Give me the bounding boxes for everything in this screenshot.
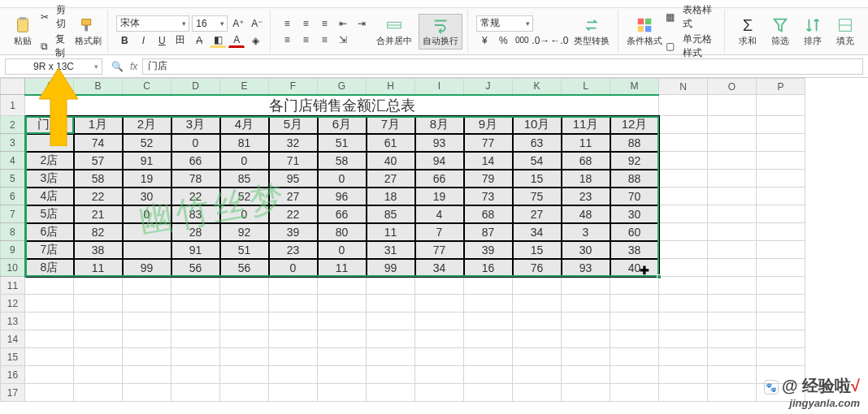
cell[interactable] [708,95,757,116]
copy-button[interactable]: ⧉ 复制 [41,32,70,60]
cell-L9[interactable]: 30 [562,241,610,259]
col-header-P[interactable]: P [757,79,805,95]
cell-F2[interactable]: 5月 [269,116,318,134]
cell-F11[interactable] [269,277,318,295]
cell[interactable] [659,95,708,116]
cell-K17[interactable] [513,384,562,402]
cell-O9[interactable] [708,241,757,259]
col-header-F[interactable]: F [269,79,318,95]
cell-K10[interactable]: 76 [513,259,562,277]
row-header-16[interactable]: 16 [1,366,25,384]
cell-M17[interactable] [610,384,659,402]
cell-H17[interactable] [367,384,415,402]
cell-M12[interactable] [610,295,659,313]
cell-C2[interactable]: 2月 [123,116,171,134]
cell-P15[interactable] [757,348,805,366]
cell-P2[interactable] [757,116,805,134]
format-painter-button[interactable]: 格式刷 [73,15,102,49]
cell-J8[interactable]: 87 [464,223,513,241]
cell-B12[interactable] [74,295,123,313]
cell-P10[interactable] [757,259,805,277]
cell-D9[interactable]: 91 [171,241,220,259]
cell-L8[interactable]: 3 [562,223,610,241]
col-header-K[interactable]: K [513,79,562,95]
cell-K13[interactable] [513,313,562,330]
cell-C14[interactable] [123,330,171,348]
cell-N15[interactable] [659,348,708,366]
fill-button[interactable]: 填充 [831,15,860,49]
cell-F5[interactable]: 95 [269,170,318,188]
cell-D4[interactable]: 66 [171,152,220,170]
cell-B8[interactable]: 82 [74,223,123,241]
cell-O8[interactable] [708,223,757,241]
cell-D2[interactable]: 3月 [171,116,220,134]
cell-A14[interactable] [25,330,74,348]
cell-N11[interactable] [659,277,708,295]
row-header-9[interactable]: 9 [1,241,25,259]
cell-G16[interactable] [318,366,367,384]
cell-C5[interactable]: 19 [123,170,171,188]
cell-H6[interactable]: 18 [367,188,415,205]
underline-button[interactable]: U [154,33,170,48]
cell-G14[interactable] [318,330,367,348]
cell-F9[interactable]: 23 [269,241,318,259]
cell-F13[interactable] [269,313,318,330]
cell-I4[interactable]: 94 [415,152,464,170]
cell-L4[interactable]: 68 [562,152,610,170]
cell-O11[interactable] [708,277,757,295]
cell-N8[interactable] [659,223,708,241]
cell-H3[interactable]: 61 [367,134,415,152]
cell-E9[interactable]: 51 [220,241,269,259]
phonetic-button[interactable]: ◈ [247,33,263,48]
cell-F15[interactable] [269,348,318,366]
row-header-14[interactable]: 14 [1,330,25,348]
cell-D15[interactable] [171,348,220,366]
title-cell[interactable]: 各门店销售金额汇总表 [25,95,659,116]
cell-K5[interactable]: 15 [513,170,562,188]
cell-B16[interactable] [74,366,123,384]
cell-E10[interactable]: 56 [220,259,269,277]
cell-A9[interactable]: 7店 [25,241,74,259]
cell-J10[interactable]: 16 [464,259,513,277]
cell-J3[interactable]: 77 [464,134,513,152]
row-header-17[interactable]: 17 [1,384,25,402]
cell-H8[interactable]: 11 [367,223,415,241]
cell-L7[interactable]: 48 [562,205,610,223]
align-middle-button[interactable]: ≡ [297,16,314,31]
cell-C7[interactable]: 0 [123,205,171,223]
cell-J15[interactable] [464,348,513,366]
cell-C8[interactable] [123,223,171,241]
cell-O16[interactable] [708,366,757,384]
cell-E5[interactable]: 85 [220,170,269,188]
cell-F3[interactable]: 32 [269,134,318,152]
cell-N17[interactable] [659,384,708,402]
cell-I10[interactable]: 34 [415,259,464,277]
cell-P8[interactable] [757,223,805,241]
table-style-button[interactable]: ▦ 表格样式 [666,3,719,31]
cell-H10[interactable]: 99 [367,259,415,277]
cell-N10[interactable] [659,259,708,277]
cell-D3[interactable]: 0 [171,134,220,152]
cell-B2[interactable]: 1月 [74,116,123,134]
cell-L17[interactable] [562,384,610,402]
sort-button[interactable]: 排序 [798,15,827,49]
col-header-D[interactable]: D [171,79,220,95]
cell-M8[interactable]: 60 [610,223,659,241]
font-size-combo[interactable]: 16 [192,15,228,32]
fill-color-button[interactable]: ◧ [210,33,226,48]
cell-M5[interactable]: 88 [610,170,659,188]
cell-N14[interactable] [659,330,708,348]
cell-L5[interactable]: 18 [562,170,610,188]
cell-O6[interactable] [708,188,757,205]
cell-C11[interactable] [123,277,171,295]
row-header-12[interactable]: 12 [1,295,25,313]
cell-B4[interactable]: 57 [74,152,123,170]
cell-N3[interactable] [659,134,708,152]
bold-button[interactable]: B [116,33,132,48]
paste-button[interactable]: 粘贴 [8,15,37,49]
cell-K3[interactable]: 63 [513,134,562,152]
cell-G17[interactable] [318,384,367,402]
cell-A17[interactable] [25,384,74,402]
cell-O2[interactable] [708,116,757,134]
col-header-J[interactable]: J [464,79,513,95]
